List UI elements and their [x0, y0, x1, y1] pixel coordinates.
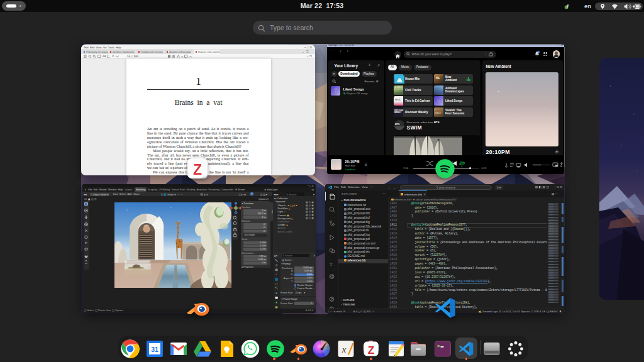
- svg-text:Z: Z: [193, 162, 202, 178]
- svg-text:x: x: [341, 344, 347, 354]
- svg-text:>: >: [437, 343, 440, 349]
- svg-text:Aa: Aa: [103, 55, 106, 58]
- svg-text:Z: Z: [368, 344, 374, 356]
- svg-text:31: 31: [151, 346, 158, 353]
- svg-text:T: T: [181, 55, 183, 58]
- svg-text:T: T: [330, 262, 333, 267]
